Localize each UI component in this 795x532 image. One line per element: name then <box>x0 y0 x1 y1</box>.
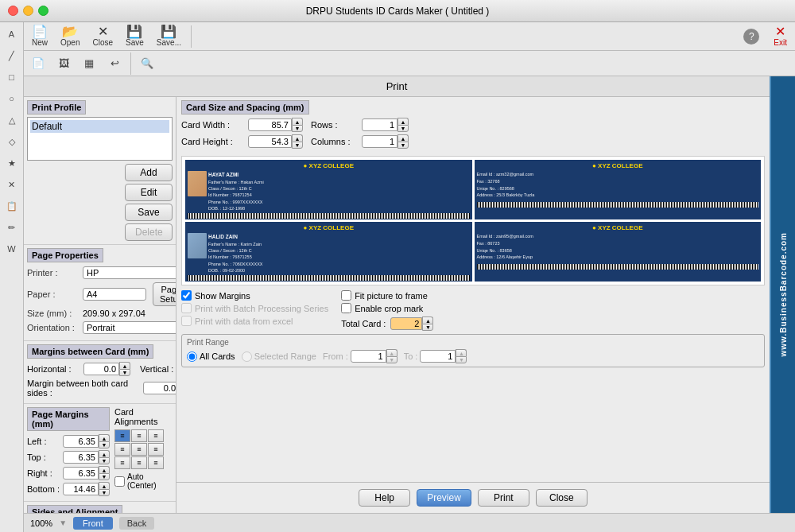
excel-checkbox[interactable] <box>181 316 192 326</box>
tool-line[interactable]: ╱ <box>2 45 22 66</box>
open-button[interactable]: 📂 Open <box>56 24 84 49</box>
save-profile-btn[interactable]: Save <box>125 204 173 221</box>
page-setup-btn[interactable]: Page Setup <box>153 282 176 306</box>
all-cards-radio[interactable] <box>187 351 197 362</box>
paper-input[interactable] <box>83 288 146 301</box>
right-down-btn[interactable]: ▼ <box>99 473 110 480</box>
right-up-btn[interactable]: ▲ <box>99 466 110 473</box>
card2-uniqno: Uniqe No. : 829568 <box>477 185 759 192</box>
top-margin-input[interactable] <box>63 451 99 464</box>
tool-diamond[interactable]: ◇ <box>2 131 22 152</box>
new-button[interactable]: 📄 New <box>27 24 52 49</box>
card-size-header: Card Size and Spacing (mm) <box>181 100 309 115</box>
close-button[interactable]: ✕ Close <box>87 24 118 49</box>
auto-center-checkbox[interactable] <box>114 476 125 487</box>
card-size-rows: Card Width : ▲ ▼ <box>181 118 765 151</box>
to-down[interactable]: ▼ <box>456 356 467 363</box>
tool-triangle[interactable]: △ <box>2 110 22 130</box>
card-height-up[interactable]: ▲ <box>292 134 303 142</box>
exit-button[interactable]: ✕ Exit <box>769 24 792 49</box>
doc-icon-btn[interactable]: 📄 <box>27 53 49 74</box>
save-button[interactable]: 💾 Save <box>121 24 149 49</box>
left-margin-input[interactable] <box>63 435 99 448</box>
saveas-button[interactable]: 💾 Save... <box>152 24 186 49</box>
show-margins-checkbox[interactable] <box>181 290 192 301</box>
horizontal-input[interactable] <box>83 363 119 375</box>
columns-down[interactable]: ▼ <box>398 142 409 149</box>
align-bc-btn[interactable]: ≡ <box>131 456 147 469</box>
align-tc-btn[interactable]: ≡ <box>131 429 147 442</box>
align-tr-btn[interactable]: ≡ <box>148 429 164 442</box>
maximize-window-button[interactable] <box>38 6 48 16</box>
image-icon-btn[interactable]: 🖼 <box>52 53 75 74</box>
preview-btn[interactable]: Preview <box>417 489 471 507</box>
close-window-button[interactable] <box>8 6 18 16</box>
batch-checkbox[interactable] <box>181 303 192 313</box>
total-card-up[interactable]: ▲ <box>422 316 433 324</box>
search-icon-btn[interactable]: 🔍 <box>136 53 158 74</box>
align-ml-btn[interactable]: ≡ <box>114 443 130 456</box>
crop-checkbox[interactable] <box>341 303 351 313</box>
align-bl-btn[interactable]: ≡ <box>114 456 130 469</box>
bottom-up-btn[interactable]: ▲ <box>99 482 110 489</box>
profile-default-item[interactable]: Default <box>30 120 169 133</box>
front-tab[interactable]: Front <box>73 517 113 530</box>
tool-cross[interactable]: ✕ <box>2 174 22 195</box>
left-down-btn[interactable]: ▼ <box>99 441 110 449</box>
from-input[interactable] <box>351 350 386 363</box>
card-width-down[interactable]: ▼ <box>292 125 303 132</box>
card-height-down[interactable]: ▼ <box>292 142 303 149</box>
help-button[interactable]: ? <box>743 29 759 45</box>
tool-rect[interactable]: □ <box>2 67 22 87</box>
left-up-btn[interactable]: ▲ <box>99 434 110 441</box>
rows-up[interactable]: ▲ <box>398 118 409 125</box>
delete-btn[interactable]: Delete <box>125 223 173 241</box>
columns-up[interactable]: ▲ <box>398 134 409 142</box>
tool-select[interactable]: A <box>2 24 22 45</box>
align-mr-btn[interactable]: ≡ <box>148 443 164 456</box>
bottom-down-btn[interactable]: ▼ <box>99 489 110 496</box>
close-dialog-btn[interactable]: Close <box>536 489 588 507</box>
undo-btn[interactable]: ↩ <box>103 53 126 74</box>
right-margin-input[interactable] <box>63 467 99 480</box>
tool-ellipse[interactable]: ○ <box>2 88 22 109</box>
horiz-down-btn[interactable]: ▼ <box>119 369 130 376</box>
rows-down[interactable]: ▼ <box>398 125 409 132</box>
card-width-up[interactable]: ▲ <box>292 118 303 125</box>
align-br-btn[interactable]: ≡ <box>148 456 164 469</box>
align-tl-btn[interactable]: ≡ <box>114 429 130 442</box>
print-btn[interactable]: Print <box>478 489 529 507</box>
total-card-input[interactable] <box>390 317 422 330</box>
top-down-btn[interactable]: ▼ <box>99 457 110 464</box>
add-btn[interactable]: Add <box>125 164 173 181</box>
bottom-margin-input[interactable] <box>63 483 99 495</box>
barcode-icon-btn[interactable]: ▦ <box>78 53 100 74</box>
printer-input[interactable] <box>83 266 176 279</box>
card-width-btns: ▲ ▼ <box>292 118 303 132</box>
selected-range-radio[interactable] <box>242 351 252 362</box>
card-height-input[interactable] <box>248 135 292 148</box>
minimize-window-button[interactable] <box>23 6 33 16</box>
tool-text[interactable]: W <box>2 239 22 259</box>
back-tab[interactable]: Back <box>119 517 154 530</box>
to-up[interactable]: ▲ <box>456 349 467 356</box>
orientation-input[interactable] <box>83 321 176 334</box>
from-up[interactable]: ▲ <box>386 349 398 356</box>
help-btn[interactable]: Help <box>359 489 410 507</box>
to-input[interactable] <box>420 350 456 363</box>
tool-book[interactable]: 📋 <box>2 196 22 216</box>
margin-sides-input[interactable] <box>143 382 176 394</box>
profile-list[interactable]: Default <box>27 117 173 161</box>
align-mc-btn[interactable]: ≡ <box>131 443 147 456</box>
rows-input[interactable] <box>362 118 398 131</box>
card-width-input[interactable] <box>248 118 292 131</box>
horiz-up-btn[interactable]: ▲ <box>119 362 130 369</box>
tool-pencil[interactable]: ✏ <box>2 217 22 238</box>
columns-input[interactable] <box>362 135 398 148</box>
total-card-down[interactable]: ▼ <box>422 324 433 331</box>
top-up-btn[interactable]: ▲ <box>99 450 110 457</box>
fit-picture-checkbox[interactable] <box>341 290 351 301</box>
edit-btn[interactable]: Edit <box>125 184 173 201</box>
from-down[interactable]: ▼ <box>386 356 398 363</box>
tool-star[interactable]: ★ <box>2 153 22 173</box>
